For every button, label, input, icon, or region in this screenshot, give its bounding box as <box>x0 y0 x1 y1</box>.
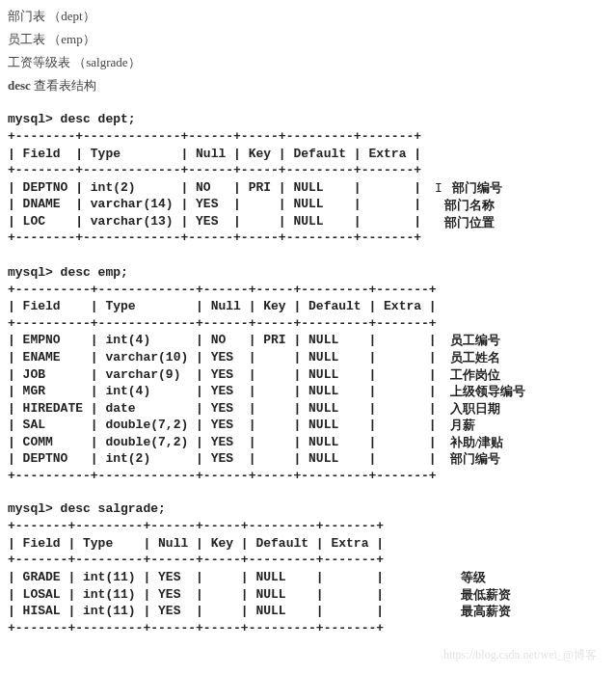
dept-row-0: | DEPTNO | int(2) | NO | PRI | NULL | | <box>8 180 421 195</box>
prompt-dept: mysql> desc dept; <box>8 112 608 126</box>
emp-annot-3: 上级领导编号 <box>450 383 525 400</box>
emp-annot-4: 入职日期 <box>450 400 525 418</box>
emp-border-mid: +----------+-------------+------+-----+-… <box>8 316 437 331</box>
dept-border-top: +--------+-------------+------+-----+---… <box>8 129 421 144</box>
emp-row-2: | JOB | varchar(9) | YES | | NULL | | <box>8 367 437 382</box>
emp-annot-2: 工作岗位 <box>450 366 525 384</box>
salgrade-border-mid: +-------+---------+------+-----+--------… <box>8 553 384 567</box>
emp-annot-5: 月薪 <box>450 417 525 434</box>
emp-annotations: . . . 员工编号 员工姓名 工作岗位 上级领导编号 入职日期 月薪 补助/津… <box>450 282 525 485</box>
dept-annot-1: 部门名称 <box>444 198 495 212</box>
desc-keyword: desc <box>8 78 31 93</box>
intro-salgrade: 工资等级表 （salgrade） <box>8 54 608 71</box>
salgrade-border-bot: +-------+---------+------+-----+--------… <box>8 621 384 635</box>
intro-desc: desc 查看表结构 <box>8 77 608 94</box>
dept-annot-2: 部门位置 <box>444 215 495 230</box>
salgrade-header: | Field | Type | Null | Key | Default | … <box>8 536 384 551</box>
salgrade-border-top: +-------+---------+------+-----+--------… <box>8 519 384 533</box>
desc-dept-output: +--------+-------------+------+-----+---… <box>8 128 421 247</box>
emp-border-top: +----------+-------------+------+-----+-… <box>8 283 437 297</box>
dept-row-1: | DNAME | varchar(14) | YES | | NULL | | <box>8 197 421 211</box>
desc-dept-block: mysql> desc dept; +--------+------------… <box>8 112 608 248</box>
dept-border-bot: +--------+-------------+------+-----+---… <box>8 230 421 245</box>
salgrade-annot-2: 最高薪资 <box>461 603 511 620</box>
salgrade-row-2: | HISAL | int(11) | YES | | NULL | | <box>8 604 384 618</box>
dept-header: | Field | Type | Null | Key | Default | … <box>8 147 421 161</box>
desc-emp-output: +----------+-------------+------+-----+-… <box>8 282 437 485</box>
emp-annot-7: 部门编号 <box>450 450 525 468</box>
dept-border-mid: +--------+-------------+------+-----+---… <box>8 163 421 177</box>
emp-header: | Field | Type | Null | Key | Default | … <box>8 299 437 313</box>
emp-annot-1: 员工姓名 <box>450 349 525 366</box>
emp-annot-6: 补助/津贴 <box>450 434 525 451</box>
intro-dept: 部门表 （dept） <box>8 8 608 25</box>
prompt-salgrade: mysql> desc salgrade; <box>8 501 608 516</box>
dept-row-2: | LOC | varchar(13) | YES | | NULL | | <box>8 214 421 229</box>
emp-border-bot: +----------+-------------+------+-----+-… <box>8 469 437 483</box>
emp-row-1: | ENAME | varchar(10) | YES | | NULL | | <box>8 350 437 364</box>
dept-annotations: . . . I部门编号 部门名称 部门位置 . <box>435 128 502 248</box>
prompt-emp: mysql> desc emp; <box>8 265 608 280</box>
salgrade-row-1: | LOSAL | int(11) | YES | | NULL | | <box>8 587 384 602</box>
salgrade-annot-1: 最低薪资 <box>461 586 511 604</box>
desc-salgrade-block: mysql> desc salgrade; +-------+---------… <box>8 501 608 636</box>
emp-row-5: | SAL | double(7,2) | YES | | NULL | | <box>8 418 437 432</box>
dept-annot-0: 部门编号 <box>452 180 502 195</box>
emp-row-3: | MGR | int(4) | YES | | NULL | | <box>8 384 437 398</box>
emp-row-0: | EMPNO | int(4) | NO | PRI | NULL | | <box>8 333 437 347</box>
desc-emp-block: mysql> desc emp; +----------+-----------… <box>8 265 608 485</box>
intro-emp: 员工表 （emp） <box>8 31 608 48</box>
emp-annot-0: 员工编号 <box>450 332 525 349</box>
salgrade-annotations: . . . 等级 最低薪资 最高薪资 . <box>461 518 511 636</box>
desc-salgrade-output: +-------+---------+------+-----+--------… <box>8 518 384 636</box>
desc-meaning: 查看表结构 <box>31 78 96 93</box>
text-cursor-icon: I <box>435 181 442 196</box>
emp-row-4: | HIREDATE | date | YES | | NULL | | <box>8 401 437 416</box>
salgrade-annot-0: 等级 <box>461 569 511 586</box>
salgrade-row-0: | GRADE | int(11) | YES | | NULL | | <box>8 570 384 584</box>
emp-row-6: | COMM | double(7,2) | YES | | NULL | | <box>8 435 437 449</box>
emp-row-7: | DEPTNO | int(2) | YES | | NULL | | <box>8 451 437 466</box>
